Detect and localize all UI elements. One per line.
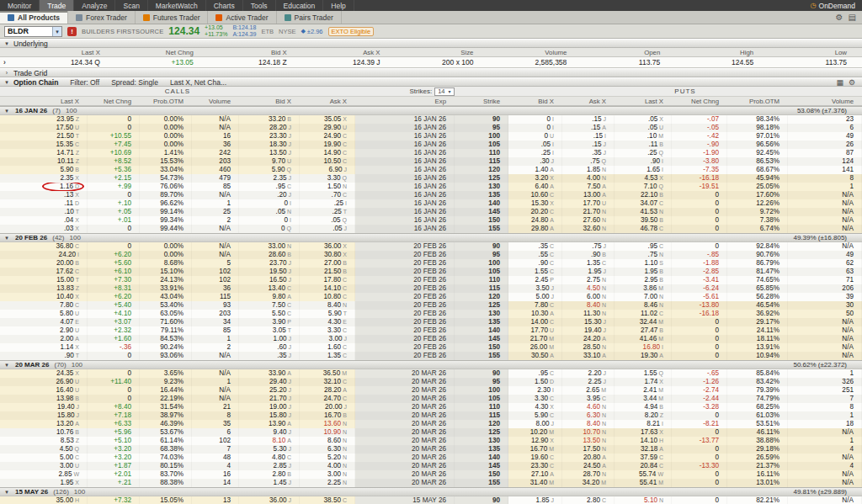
col-header-call-ask[interactable]: Ask X bbox=[300, 98, 355, 105]
col-header-put-last[interactable]: Last X bbox=[615, 98, 672, 105]
menu-education[interactable]: Education bbox=[276, 0, 324, 11]
underlying-col-open[interactable]: Open bbox=[582, 49, 675, 56]
menu-help[interactable]: Help bbox=[323, 0, 354, 11]
underlying-col-high[interactable]: High bbox=[675, 49, 769, 56]
col-header-put-volume[interactable]: Volume bbox=[788, 98, 862, 105]
option-row[interactable]: 10.40 X+6.2043.04%1159.80 A10.80 C20 FEB… bbox=[0, 293, 862, 301]
expand-arrow-icon[interactable]: › bbox=[0, 58, 22, 66]
col-header-call-volume[interactable]: Volume bbox=[192, 98, 239, 105]
menu-analyze[interactable]: Analyze bbox=[74, 0, 115, 11]
option-row[interactable]: 4.50 Q+3.2068.38%75.30 J6.30 N20 MAR 261… bbox=[0, 445, 862, 454]
col-header-exp[interactable]: Exp bbox=[355, 98, 455, 105]
option-row[interactable]: 5.00 C+3.2074.03%484.80 C5.20 N20 MAR 26… bbox=[0, 454, 862, 462]
option-row[interactable]: 8.53 Z+5.1061.14%1028.10 A8.60 N20 MAR 2… bbox=[0, 437, 862, 445]
col-header-put-bid[interactable]: Bid X bbox=[508, 98, 562, 105]
layout-grid-icon[interactable]: ▤ bbox=[849, 13, 856, 22]
ondemand-button[interactable]: ◷ OnDemand bbox=[804, 0, 862, 11]
menu-trade[interactable]: Trade bbox=[40, 0, 74, 11]
option-row[interactable]: 1.16 D+.9976.06%85.95 C1.50 N16 JAN 2613… bbox=[0, 183, 862, 191]
tab-active-trader[interactable]: Active Trader bbox=[208, 11, 276, 24]
underlying-col-size[interactable]: Size bbox=[396, 49, 489, 56]
tab-all-products[interactable]: All Products bbox=[0, 11, 68, 24]
exp-group-header-20-feb-26[interactable]: ▾20 FEB 26(42)10049.39% (±16.805) bbox=[0, 233, 862, 242]
option-row[interactable]: 35.00 H+7.3215.05%1336.00 J38.50 C15 MAY… bbox=[0, 496, 862, 504]
exp-group-header-15-may-26[interactable]: ▾15 MAY 26(126)10049.81% (±29.889) bbox=[0, 487, 862, 496]
exp-group-header-20-mar-26[interactable]: ▾20 MAR 26(70)10050.62% (±22.372) bbox=[0, 360, 862, 369]
underlying-col-low[interactable]: Low bbox=[769, 49, 862, 56]
menu-charts[interactable]: Charts bbox=[206, 0, 243, 11]
option-row[interactable]: 15.80 J+7.1838.97%815.80 J16.70 B20 MAR … bbox=[0, 411, 862, 420]
spread-control[interactable]: Spread: Single bbox=[111, 78, 158, 87]
option-row[interactable]: 36.80 C00.00%N/A33.00 N36.00 X20 FEB 269… bbox=[0, 242, 862, 251]
option-row[interactable]: 2.90 U+2.3279.11%853.05 T3.30 C20 FEB 26… bbox=[0, 326, 862, 335]
corporate-action-flag-icon[interactable]: ! bbox=[67, 27, 77, 36]
menu-scan[interactable]: Scan bbox=[115, 0, 147, 11]
option-row[interactable]: 1.14 X-.3690.24%2.60 J1.60 C20 FEB 26150… bbox=[0, 343, 862, 352]
col-header-strike[interactable]: Strike bbox=[455, 98, 508, 105]
option-row[interactable]: .11 D+.1096.62%10 I.25 I16 JAN 2614015.3… bbox=[0, 199, 862, 208]
option-row[interactable]: 15.00 T+7.3024.13%10216.50 J17.80 C20 FE… bbox=[0, 276, 862, 284]
option-row[interactable]: 7.80 C+5.4053.40%937.50 C8.40 N20 FEB 26… bbox=[0, 301, 862, 310]
option-row[interactable]: .13 X089.70%N/A.20 J.70 C16 JAN 2613510.… bbox=[0, 191, 862, 199]
col-header-call-last[interactable]: Last X bbox=[0, 98, 88, 105]
col-header-put-ask[interactable]: Ask X bbox=[562, 98, 615, 105]
option-row[interactable]: 26.90 U+11.409.23%129.40 J32.10 C20 MAR … bbox=[0, 378, 862, 386]
strikes-selector[interactable]: Strikes: 14 ▾ bbox=[355, 88, 508, 96]
exp-group-header-16-jan-26[interactable]: ▾16 JAN 26(7)10053.08% (±7.376) bbox=[0, 106, 862, 115]
option-chain-section-bar[interactable]: ▾ Option Chain Filter: Off Spread: Singl… bbox=[0, 77, 862, 87]
option-row[interactable]: 24.20 I+6.200.00%N/A28.60 B30.80 X20 FEB… bbox=[0, 251, 862, 259]
option-row[interactable]: 3.00 U+1.8780.15%42.85 J4.00 N20 MAR 261… bbox=[0, 462, 862, 470]
option-row[interactable]: .10 T+.0599.14%25.05 N.25 T16 JAN 261452… bbox=[0, 208, 862, 216]
trade-grid-section-bar[interactable]: › Trade Grid bbox=[0, 68, 862, 77]
option-row[interactable]: 1.95 X+.2188.38%141.45 J2.25 N20 MAR 261… bbox=[0, 479, 862, 487]
option-row[interactable]: 16.40 U016.44%N/A25.20 J28.20 A20 MAR 26… bbox=[0, 386, 862, 395]
option-row[interactable]: 5.80 U+4.1063.05%2035.50 C5.90 T20 FEB 2… bbox=[0, 310, 862, 318]
option-row[interactable]: 20.00 B+5.608.68%523.70 J27.00 B20 FEB 2… bbox=[0, 259, 862, 268]
column-layout-control[interactable]: Last X, Net Cha... bbox=[170, 78, 226, 87]
gear-icon[interactable]: ⚙ bbox=[836, 13, 843, 22]
menu-monitor[interactable]: Monitor bbox=[0, 0, 40, 11]
option-row[interactable]: .90 T093.06%N/A.35 J1.35 C20 FEB 2615530… bbox=[0, 352, 862, 360]
option-row[interactable]: 5.90 B+5.3633.04%4605.90 Q6.90 J16 JAN 2… bbox=[0, 166, 862, 174]
option-row[interactable]: 2.35 X+2.1554.73%4792.35 J3.30 Q16 JAN 2… bbox=[0, 174, 862, 183]
option-row[interactable]: 21.50 T+10.550.00%1623.30 J24.90 C16 JAN… bbox=[0, 132, 862, 141]
option-row[interactable]: 13.98 B022.19%N/A21.70 J24.70 C20 MAR 26… bbox=[0, 395, 862, 403]
underlying-col-net-chng[interactable]: Net Chng bbox=[115, 49, 209, 56]
option-row[interactable]: 2.00 A+1.6084.53%11.00 J3.00 J20 FEB 261… bbox=[0, 335, 862, 343]
underlying-section-bar[interactable]: ▾ Underlying bbox=[0, 39, 862, 48]
option-row[interactable]: 15.35 C+7.450.00%3618.30 J19.90 C16 JAN … bbox=[0, 141, 862, 149]
option-row[interactable]: 13.83 Z+8.3133.91%3613.40 C14.10 C20 FEB… bbox=[0, 284, 862, 293]
underlying-col-bid-x[interactable]: Bid X bbox=[209, 49, 302, 56]
option-row[interactable]: 2.85 W+2.0183.70%162.80 B3.00 N20 MAR 26… bbox=[0, 470, 862, 479]
option-row[interactable]: 10.11 Z+8.5215.53%2039.70 U10.50 C16 JAN… bbox=[0, 157, 862, 166]
option-row[interactable]: .03 X099.44%N/A0 Q.05 J16 JAN 2615529.80… bbox=[0, 225, 862, 233]
col-header-put-probotm[interactable]: Prob.OTM bbox=[727, 98, 788, 105]
option-row[interactable]: 13.20 A+6.3346.39%3513.90 A13.60 N20 MAR… bbox=[0, 420, 862, 428]
symbol-input[interactable] bbox=[5, 27, 52, 36]
chain-settings-gear-icon[interactable]: ⚙ bbox=[849, 78, 855, 87]
tab-forex-trader[interactable]: Forex Trader bbox=[68, 11, 136, 24]
symbol-dropdown-arrow-icon[interactable]: ▾ bbox=[52, 27, 61, 36]
option-row[interactable]: 17.50 U00.00%N/A28.20 J29.90 U16 JAN 269… bbox=[0, 124, 862, 132]
option-row[interactable]: 14.71 Z+10.691.41%24213.50 J14.90 C16 JA… bbox=[0, 149, 862, 157]
underlying-value-row[interactable]: › 124.34 Q+13.05124.18 Z124.39 J200 x 10… bbox=[0, 57, 862, 68]
option-row[interactable]: 10.76 B+5.9653.67%69.40 J10.90 N20 MAR 2… bbox=[0, 428, 862, 437]
underlying-col-last-x[interactable]: Last X bbox=[22, 49, 115, 56]
option-row[interactable]: 4.07 E+3.0771.60%343.90 P4.30 E20 FEB 26… bbox=[0, 318, 862, 326]
underlying-col-volume[interactable]: Volume bbox=[488, 49, 582, 56]
col-header-put-netchng[interactable]: Net Chng bbox=[672, 98, 727, 105]
tab-pairs-trader[interactable]: Pairs Trader bbox=[277, 11, 342, 24]
underlying-col-ask-x[interactable]: Ask X bbox=[302, 49, 396, 56]
col-header-call-bid[interactable]: Bid X bbox=[239, 98, 300, 105]
option-row[interactable]: .04 X+.0199.34%20 I.05 Q16 JAN 2615024.8… bbox=[0, 216, 862, 225]
option-row[interactable]: 19.40 J+8.4031.54%2119.00 J20.00 J20 MAR… bbox=[0, 403, 862, 411]
option-row[interactable]: 23.95 Z00.00%N/A33.20 B35.05 X16 JAN 269… bbox=[0, 115, 862, 124]
col-header-call-probotm[interactable]: Prob.OTM bbox=[140, 98, 192, 105]
option-row[interactable]: 24.35 X03.65%N/A33.90 A36.50 M20 MAR 269… bbox=[0, 369, 862, 378]
tab-futures-trader[interactable]: Futures Trader bbox=[136, 11, 209, 24]
link-grid-icon[interactable]: ▦ bbox=[836, 78, 843, 87]
strikes-dropdown[interactable]: 14 ▾ bbox=[434, 88, 454, 96]
menu-marketwatch[interactable]: MarketWatch bbox=[148, 0, 206, 11]
col-header-call-netchng[interactable]: Net Chng bbox=[88, 98, 140, 105]
filter-control[interactable]: Filter: Off bbox=[70, 78, 99, 87]
